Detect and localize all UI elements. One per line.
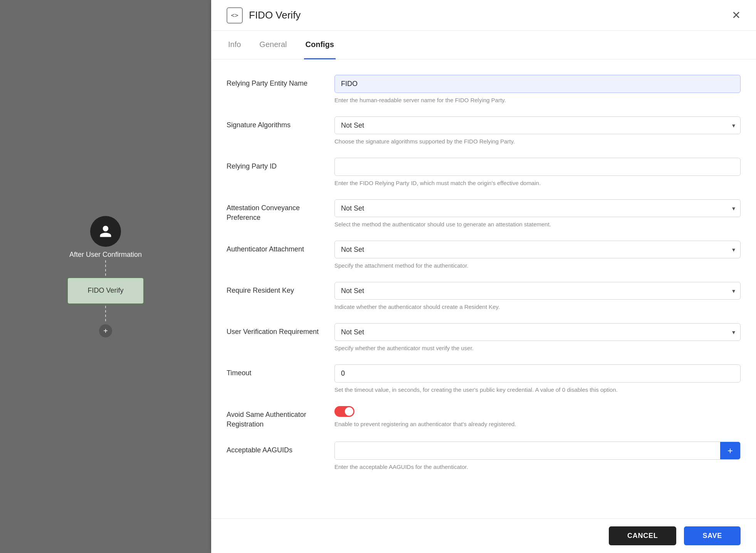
authenticator-attachment-label: Authenticator Attachment — [227, 241, 327, 254]
form-row-user-verification: User Verification Requirement Not Set ▾ … — [227, 323, 741, 352]
authenticator-attachment-select[interactable]: Not Set — [334, 241, 741, 258]
relying-party-id-label: Relying Party ID — [227, 158, 327, 171]
relying-party-id-field-area: Enter the FIDO Relying Party ID, which m… — [334, 158, 741, 187]
signature-select-wrapper: Not Set ▾ — [334, 116, 741, 134]
resident-key-label: Require Resident Key — [227, 282, 327, 295]
timeout-hint: Set the timeout value, in seconds, for c… — [334, 386, 741, 394]
panel-icon: <> — [227, 7, 243, 24]
form-row-authenticator-attachment: Authenticator Attachment Not Set ▾ Speci… — [227, 241, 741, 270]
form-row-avoid-same: Avoid Same Authenticator Registration En… — [227, 406, 741, 429]
attestation-label: Attestation Conveyance Preference — [227, 199, 327, 223]
form-row-relying-party-id: Relying Party ID Enter the FIDO Relying … — [227, 158, 741, 187]
relying-party-id-input[interactable] — [334, 158, 741, 176]
resident-key-select-wrapper: Not Set ▾ — [334, 282, 741, 300]
form-row-aaguids: Acceptable AAGUIDs + Enter the acceptabl… — [227, 442, 741, 471]
user-node-label: After User Confirmation — [69, 251, 142, 259]
timeout-input[interactable] — [334, 364, 741, 383]
form-row-entity-name: Relying Party Entity Name Enter the huma… — [227, 75, 741, 104]
cancel-button[interactable]: CANCEL — [609, 526, 676, 545]
toggle-slider — [334, 406, 354, 417]
aaguids-field-area: + Enter the acceptable AAGUIDs for the a… — [334, 442, 741, 471]
aaguid-input[interactable] — [335, 442, 720, 459]
avoid-same-toggle-row — [334, 406, 741, 417]
timeout-field-area: Set the timeout value, in seconds, for c… — [334, 364, 741, 394]
aaguid-add-button[interactable]: + — [720, 442, 740, 459]
user-verification-select-wrapper: Not Set ▾ — [334, 323, 741, 341]
timeout-label: Timeout — [227, 364, 327, 378]
attestation-hint: Select the method the authenticator shou… — [334, 220, 741, 228]
config-panel: <> FIDO Verify ✕ Info General Configs Re… — [211, 0, 756, 553]
form-row-attestation: Attestation Conveyance Preference Not Se… — [227, 199, 741, 228]
panel-footer: CANCEL SAVE — [211, 518, 756, 553]
relying-party-id-hint: Enter the FIDO Relying Party ID, which m… — [334, 179, 741, 187]
tab-configs[interactable]: Configs — [304, 31, 336, 59]
aaguids-label: Acceptable AAGUIDs — [227, 442, 327, 455]
user-verification-select[interactable]: Not Set — [334, 323, 741, 341]
fido-node[interactable]: FIDO Verify — [67, 277, 144, 304]
panel-tabs: Info General Configs — [211, 31, 756, 59]
signature-field-area: Not Set ▾ Choose the signature algorithm… — [334, 116, 741, 145]
attestation-select[interactable]: Not Set — [334, 199, 741, 217]
signature-select[interactable]: Not Set — [334, 116, 741, 134]
resident-key-field-area: Not Set ▾ Indicate whether the authentic… — [334, 282, 741, 311]
close-button[interactable]: ✕ — [732, 10, 741, 21]
user-verification-hint: Specify whether the authenticator must v… — [334, 344, 741, 352]
resident-key-hint: Indicate whether the authenticator shoul… — [334, 303, 741, 311]
entity-name-input[interactable] — [334, 75, 741, 93]
user-node — [90, 216, 121, 247]
avoid-same-toggle[interactable] — [334, 406, 354, 417]
save-button[interactable]: SAVE — [684, 526, 741, 545]
user-verification-field-area: Not Set ▾ Specify whether the authentica… — [334, 323, 741, 352]
aaguid-plus-icon: + — [727, 445, 733, 456]
aaguid-input-wrapper: + — [334, 442, 741, 460]
signature-label: Signature Algorithms — [227, 116, 327, 130]
avoid-same-field-area: Enable to prevent registering an authent… — [334, 406, 741, 428]
user-icon — [99, 224, 113, 238]
attestation-select-wrapper: Not Set ▾ — [334, 199, 741, 217]
canvas-content: After User Confirmation FIDO Verify + — [67, 216, 144, 337]
form-row-resident-key: Require Resident Key Not Set ▾ Indicate … — [227, 282, 741, 311]
aaguids-hint: Enter the acceptable AAGUIDs for the aut… — [334, 463, 741, 471]
add-node-button[interactable]: + — [99, 324, 112, 337]
entity-name-label: Relying Party Entity Name — [227, 75, 327, 88]
form-row-timeout: Timeout Set the timeout value, in second… — [227, 364, 741, 394]
avoid-same-hint: Enable to prevent registering an authent… — [334, 420, 741, 428]
user-verification-label: User Verification Requirement — [227, 323, 327, 337]
resident-key-select[interactable]: Not Set — [334, 282, 741, 300]
connector-line-2 — [105, 306, 106, 321]
add-icon: + — [103, 327, 108, 335]
panel-title: FIDO Verify — [249, 9, 301, 21]
fido-node-label: FIDO Verify — [87, 287, 123, 295]
attestation-field-area: Not Set ▾ Select the method the authenti… — [334, 199, 741, 228]
panel-header: <> FIDO Verify ✕ — [211, 0, 756, 31]
authenticator-attachment-field-area: Not Set ▾ Specify the attachment method … — [334, 241, 741, 270]
authenticator-attachment-select-wrapper: Not Set ▾ — [334, 241, 741, 258]
entity-name-hint: Enter the human-readable server name for… — [334, 96, 741, 104]
authenticator-attachment-hint: Specify the attachment method for the au… — [334, 261, 741, 270]
signature-hint: Choose the signature algorithms supporte… — [334, 137, 741, 145]
form-row-signature: Signature Algorithms Not Set ▾ Choose th… — [227, 116, 741, 145]
panel-body: Relying Party Entity Name Enter the huma… — [211, 59, 756, 553]
panel-header-left: <> FIDO Verify — [227, 7, 301, 24]
canvas-area: After User Confirmation FIDO Verify + — [0, 0, 211, 553]
close-icon: ✕ — [732, 9, 741, 21]
connector-line-1 — [105, 260, 106, 276]
entity-name-field-area: Enter the human-readable server name for… — [334, 75, 741, 104]
tab-general[interactable]: General — [258, 31, 288, 59]
tab-info[interactable]: Info — [227, 31, 242, 59]
avoid-same-label: Avoid Same Authenticator Registration — [227, 406, 327, 429]
